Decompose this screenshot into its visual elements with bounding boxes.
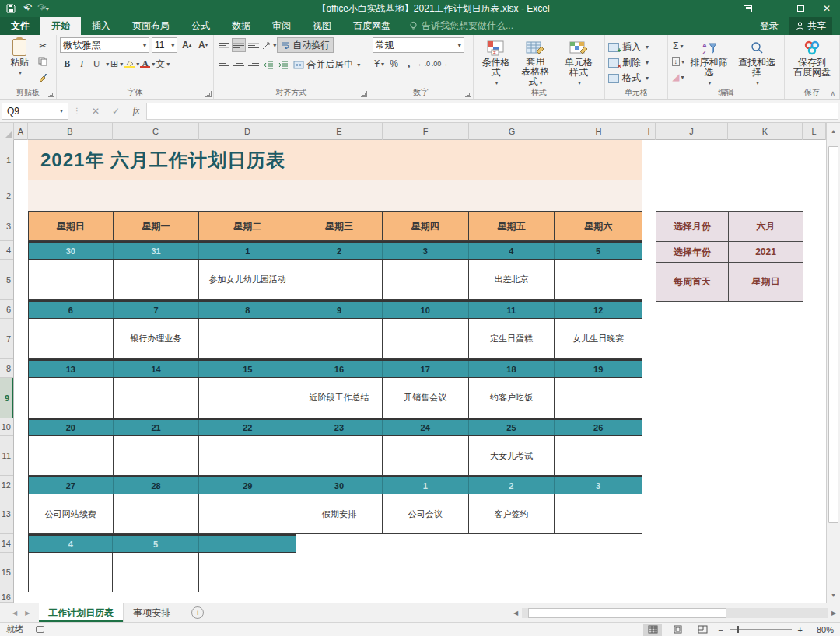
column-header-L[interactable]: L [803, 123, 826, 140]
vertical-scroll-thumb[interactable] [828, 146, 838, 523]
top-align-button[interactable] [217, 38, 231, 52]
shrink-font-button[interactable]: A▾ [196, 38, 210, 52]
ribbon-tab-审阅[interactable]: 审阅 [261, 17, 302, 35]
grow-font-button[interactable]: A▴ [180, 38, 194, 52]
date-cell[interactable]: 8 [199, 302, 296, 318]
empty-event-cell[interactable] [383, 436, 469, 475]
empty-event-cell[interactable] [296, 319, 383, 358]
sheet-tab-工作计划日历表[interactable]: 工作计划日历表 [39, 603, 124, 622]
date-cell[interactable]: 5 [113, 536, 198, 552]
weekday-header[interactable]: 星期六 [555, 212, 642, 240]
bold-button[interactable]: B [60, 57, 74, 71]
column-header-B[interactable]: B [28, 123, 113, 140]
fill-button[interactable]: ↓▾ [671, 54, 685, 68]
scroll-left-button[interactable]: ◀ [509, 610, 522, 617]
date-cell[interactable]: 4 [469, 243, 555, 259]
normal-view-button[interactable] [643, 624, 662, 636]
paste-button[interactable]: 粘贴 ▾ [3, 37, 36, 88]
clear-button[interactable]: ◢▾ [671, 70, 685, 84]
increase-decimal-button[interactable]: ←.0 [417, 57, 431, 71]
date-cell[interactable]: 20 [29, 420, 114, 435]
column-header-E[interactable]: E [296, 123, 383, 140]
event-cell[interactable]: 出差北京 [469, 260, 555, 299]
empty-event-cell[interactable] [114, 494, 200, 533]
ribbon-tab-百度网盘[interactable]: 百度网盘 [342, 17, 401, 35]
empty-event-cell[interactable] [296, 436, 383, 475]
date-cell[interactable]: 1 [383, 477, 469, 494]
empty-event-cell[interactable] [199, 553, 296, 592]
horizontal-scroll-thumb[interactable] [528, 608, 726, 618]
date-cell[interactable]: 1 [199, 243, 296, 259]
date-cell[interactable]: 18 [469, 361, 555, 377]
alignment-dialog-launcher[interactable] [361, 91, 367, 97]
zoom-in-button[interactable]: + [798, 625, 803, 634]
empty-event-cell[interactable] [29, 553, 113, 592]
date-cell[interactable]: 21 [114, 420, 200, 435]
ribbon-tab-开始[interactable]: 开始 [40, 17, 81, 35]
comma-style-button[interactable]: , [402, 57, 416, 71]
ribbon-tab-插入[interactable]: 插入 [81, 17, 121, 35]
row-header-9[interactable]: 9 [0, 378, 13, 418]
date-cell[interactable]: 13 [29, 361, 114, 377]
row-header-2[interactable]: 2 [0, 180, 13, 211]
panel-value[interactable]: 2021 [729, 242, 803, 262]
row-header-15[interactable]: 15 [0, 553, 13, 592]
date-cell[interactable]: 22 [199, 420, 296, 435]
phonetic-guide-button[interactable]: 文▾ [156, 57, 170, 71]
conditional-formatting-button[interactable]: ≠ 条件格式 ▾ [477, 37, 515, 88]
date-cell[interactable]: 6 [29, 302, 114, 318]
format-as-table-button[interactable]: 套用 表格格式▾ [515, 37, 556, 88]
scroll-up-button[interactable]: ▲ [827, 123, 840, 138]
zoom-slider[interactable] [730, 629, 792, 630]
insert-cells-button[interactable]: + 插入▾ [608, 40, 664, 54]
align-right-button[interactable] [247, 58, 261, 72]
add-sheet-button[interactable]: + [191, 606, 204, 619]
zoom-out-button[interactable]: − [718, 625, 723, 634]
column-header-G[interactable]: G [469, 123, 555, 140]
event-cell[interactable]: 女儿生日晚宴 [555, 319, 642, 358]
row-header-11[interactable]: 11 [0, 436, 13, 476]
weekday-header[interactable]: 星期五 [469, 212, 555, 240]
date-cell[interactable]: 29 [199, 477, 296, 494]
date-cell[interactable]: 12 [555, 302, 642, 318]
share-button[interactable]: 共享 [789, 17, 832, 35]
italic-button[interactable]: I [75, 57, 89, 71]
save-icon[interactable] [6, 4, 16, 13]
formula-input[interactable] [146, 103, 838, 120]
copy-button[interactable] [36, 54, 50, 68]
fill-color-button[interactable]: ▾ [124, 57, 139, 71]
panel-value[interactable]: 星期日 [729, 263, 803, 301]
empty-event-cell[interactable] [114, 436, 200, 475]
ribbon-tab-数据[interactable]: 数据 [221, 17, 261, 35]
event-cell[interactable]: 近阶段工作总结 [296, 378, 383, 418]
event-cell[interactable]: 假期安排 [296, 494, 383, 533]
panel-value[interactable]: 六月 [729, 212, 803, 241]
page-break-view-button[interactable] [693, 624, 712, 636]
date-cell[interactable] [199, 536, 296, 552]
row-header-7[interactable]: 7 [0, 319, 13, 359]
wrap-text-button[interactable]: 自动换行 [277, 37, 334, 53]
format-painter-button[interactable] [36, 70, 50, 84]
date-cell[interactable]: 5 [555, 243, 642, 259]
event-cell[interactable]: 公司会议 [383, 494, 469, 533]
column-header-C[interactable]: C [113, 123, 199, 140]
row-header-13[interactable]: 13 [0, 494, 13, 534]
ribbon-tab-页面布局[interactable]: 页面布局 [121, 17, 180, 35]
font-size-combo[interactable]: 11▾ [152, 37, 177, 53]
row-header-8[interactable]: 8 [0, 359, 13, 378]
next-sheet-button[interactable]: ▶ [25, 610, 30, 617]
calendar-title-underband[interactable] [28, 180, 642, 211]
empty-event-cell[interactable] [555, 378, 642, 418]
event-cell[interactable]: 约客户吃饭 [469, 378, 555, 418]
save-to-baidu-button[interactable]: 保存到 百度网盘 [789, 37, 835, 88]
undo-button[interactable]: ↶▾ [23, 0, 30, 17]
zoom-slider-thumb[interactable] [737, 626, 739, 633]
date-cell[interactable]: 7 [114, 302, 200, 318]
column-header-K[interactable]: K [728, 123, 803, 140]
date-cell[interactable]: 15 [199, 361, 296, 377]
date-cell[interactable]: 27 [29, 477, 114, 494]
empty-event-cell[interactable] [383, 260, 469, 299]
ribbon-tab-公式[interactable]: 公式 [180, 17, 221, 35]
date-cell[interactable]: 3 [555, 477, 642, 494]
weekday-header[interactable]: 星期一 [114, 212, 200, 240]
